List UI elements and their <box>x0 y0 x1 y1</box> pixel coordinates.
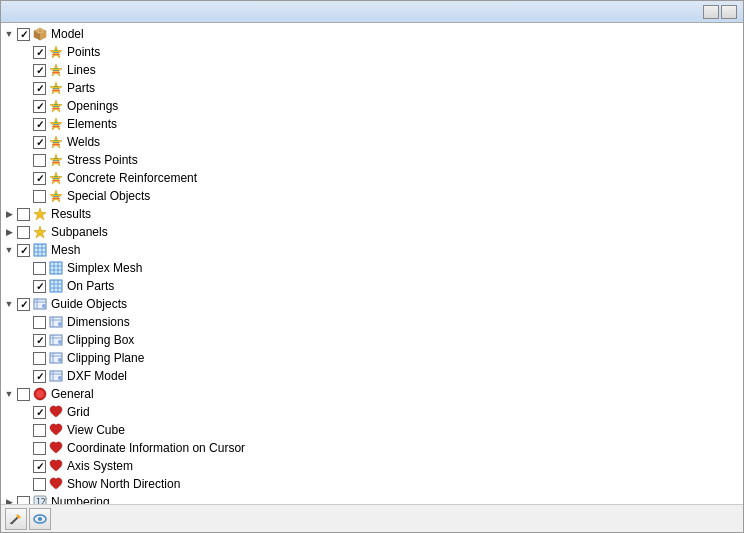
bottom-toolbar <box>1 504 743 532</box>
tree-container[interactable]: ▼ Model Points Lines <box>1 23 743 504</box>
edit-button[interactable] <box>5 508 27 530</box>
tree-item-model[interactable]: ▼ Model <box>1 25 743 43</box>
svg-rect-27 <box>53 142 59 143</box>
checkbox-lines[interactable] <box>33 64 46 77</box>
icon-guide-objects <box>32 296 48 312</box>
expander-model[interactable]: ▼ <box>1 26 17 42</box>
tree-item-clipping-box[interactable]: Clipping Box <box>1 331 743 349</box>
checkbox-on-parts[interactable] <box>33 280 46 293</box>
tree-item-numbering[interactable]: ▶ 123 Numbering <box>1 493 743 504</box>
svg-rect-33 <box>54 158 58 159</box>
checkbox-model[interactable] <box>17 28 30 41</box>
svg-rect-32 <box>52 162 60 163</box>
svg-rect-25 <box>54 122 58 123</box>
label-show-north: Show North Direction <box>67 477 180 491</box>
tree-item-on-parts[interactable]: On Parts <box>1 277 743 295</box>
tree-item-mesh[interactable]: ▼ Mesh <box>1 241 743 259</box>
label-welds: Welds <box>67 135 100 149</box>
tree-item-elements[interactable]: Elements <box>1 115 743 133</box>
icon-points <box>48 44 64 60</box>
tree-item-subpanels[interactable]: ▶ Subpanels <box>1 223 743 241</box>
checkbox-coord-info[interactable] <box>33 442 46 455</box>
svg-rect-19 <box>53 106 59 107</box>
view-button[interactable] <box>29 508 51 530</box>
checkbox-dxf-model[interactable] <box>33 370 46 383</box>
label-stress-points: Stress Points <box>67 153 138 167</box>
tree-item-welds[interactable]: Welds <box>1 133 743 151</box>
icon-view-cube <box>48 422 64 438</box>
checkbox-concrete-reinforcement[interactable] <box>33 172 46 185</box>
tree-item-view-cube[interactable]: View Cube <box>1 421 743 439</box>
tree-item-points[interactable]: Points <box>1 43 743 61</box>
tree-item-show-north[interactable]: Show North Direction <box>1 475 743 493</box>
restore-button[interactable] <box>703 5 719 19</box>
icon-results <box>32 206 48 222</box>
close-button[interactable] <box>721 5 737 19</box>
expander-general[interactable]: ▼ <box>1 386 17 402</box>
tree-item-guide-objects[interactable]: ▼ Guide Objects <box>1 295 743 313</box>
checkbox-openings[interactable] <box>33 100 46 113</box>
checkbox-guide-objects[interactable] <box>17 298 30 311</box>
expander-subpanels[interactable]: ▶ <box>1 224 17 240</box>
checkbox-mesh[interactable] <box>17 244 30 257</box>
tree-item-dimensions[interactable]: Dimensions <box>1 313 743 331</box>
tree-item-openings[interactable]: Openings <box>1 97 743 115</box>
expander-results[interactable]: ▶ <box>1 206 17 222</box>
icon-show-north <box>48 476 64 492</box>
checkbox-clipping-box[interactable] <box>33 334 46 347</box>
titlebar <box>1 1 743 23</box>
checkbox-special-objects[interactable] <box>33 190 46 203</box>
checkbox-dimensions[interactable] <box>33 316 46 329</box>
tree-item-dxf-model[interactable]: DXF Model <box>1 367 743 385</box>
icon-axis-system <box>48 458 64 474</box>
svg-marker-43 <box>34 226 46 238</box>
svg-rect-41 <box>54 194 58 195</box>
svg-rect-12 <box>52 72 60 73</box>
tree-item-parts[interactable]: Parts <box>1 79 743 97</box>
expander-mesh[interactable]: ▼ <box>1 242 17 258</box>
expander-numbering[interactable]: ▶ <box>1 494 17 504</box>
tree-item-concrete-reinforcement[interactable]: Concrete Reinforcement <box>1 169 743 187</box>
label-general: General <box>51 387 94 401</box>
label-mesh: Mesh <box>51 243 80 257</box>
icon-subpanels <box>32 224 48 240</box>
tree-item-axis-system[interactable]: Axis System <box>1 457 743 475</box>
checkbox-show-north[interactable] <box>33 478 46 491</box>
checkbox-axis-system[interactable] <box>33 460 46 473</box>
svg-rect-15 <box>53 88 59 89</box>
svg-rect-29 <box>54 140 58 141</box>
svg-rect-24 <box>52 126 60 127</box>
icon-simplex-mesh <box>48 260 64 276</box>
checkbox-parts[interactable] <box>33 82 46 95</box>
checkbox-simplex-mesh[interactable] <box>33 262 46 275</box>
checkbox-grid[interactable] <box>33 406 46 419</box>
label-on-parts: On Parts <box>67 279 114 293</box>
label-model: Model <box>51 27 84 41</box>
tree-item-stress-points[interactable]: Stress Points <box>1 151 743 169</box>
tree-item-simplex-mesh[interactable]: Simplex Mesh <box>1 259 743 277</box>
checkbox-view-cube[interactable] <box>33 424 46 437</box>
tree-item-special-objects[interactable]: Special Objects <box>1 187 743 205</box>
tree-item-results[interactable]: ▶ Results <box>1 205 743 223</box>
checkbox-clipping-plane[interactable] <box>33 352 46 365</box>
checkbox-subpanels[interactable] <box>17 226 30 239</box>
svg-rect-31 <box>53 160 59 161</box>
checkbox-welds[interactable] <box>33 136 46 149</box>
checkbox-general[interactable] <box>17 388 30 401</box>
svg-rect-40 <box>52 198 60 199</box>
label-lines: Lines <box>67 63 96 77</box>
checkbox-numbering[interactable] <box>17 496 30 505</box>
tree-item-lines[interactable]: Lines <box>1 61 743 79</box>
tree-item-grid[interactable]: Grid <box>1 403 743 421</box>
label-clipping-plane: Clipping Plane <box>67 351 144 365</box>
tree-item-general[interactable]: ▼ General <box>1 385 743 403</box>
icon-parts <box>48 80 64 96</box>
svg-rect-23 <box>53 124 59 125</box>
tree-item-clipping-plane[interactable]: Clipping Plane <box>1 349 743 367</box>
checkbox-results[interactable] <box>17 208 30 221</box>
checkbox-points[interactable] <box>33 46 46 59</box>
checkbox-stress-points[interactable] <box>33 154 46 167</box>
checkbox-elements[interactable] <box>33 118 46 131</box>
tree-item-coord-info[interactable]: Coordinate Information on Cursor <box>1 439 743 457</box>
expander-guide-objects[interactable]: ▼ <box>1 296 17 312</box>
